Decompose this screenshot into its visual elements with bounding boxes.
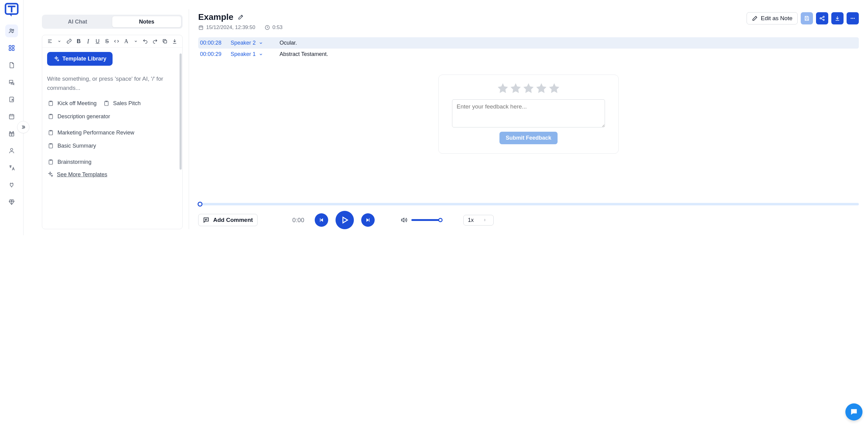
transcript-time: 00:00:28 [200, 40, 226, 46]
transcript-panel: Example 15/12/2024, 12:39:50 0:53 [189, 0, 868, 235]
template-library-label: Template Library [62, 56, 106, 62]
play-button[interactable] [336, 211, 354, 229]
volume-control [400, 217, 441, 223]
strike-button[interactable]: S [104, 38, 110, 45]
sidebar-item-chat[interactable] [5, 76, 18, 89]
template-sales[interactable]: Sales Pitch [103, 98, 141, 108]
template-description[interactable]: Description generator [47, 111, 111, 122]
transcript-row[interactable]: 00:00:28 Speaker 2 Ocular. [198, 37, 859, 48]
player-controls: Add Comment 0:00 [198, 211, 859, 229]
audio-player: Add Comment 0:00 [198, 203, 859, 229]
clipboard-icon [48, 143, 54, 149]
meta-row: 15/12/2024, 12:39:50 0:53 [198, 25, 283, 31]
copy-icon[interactable] [162, 38, 167, 45]
sidebar-item-notebook[interactable] [5, 93, 18, 106]
app-root: AI Chat Notes B I U S A [0, 0, 868, 235]
app-logo[interactable] [4, 2, 20, 18]
sidebar-item-translate[interactable] [5, 161, 18, 174]
clipboard-icon [48, 113, 54, 120]
align-icon[interactable] [47, 38, 53, 45]
svg-rect-4 [12, 45, 14, 47]
star-icon[interactable] [548, 82, 560, 94]
svg-point-24 [852, 18, 853, 19]
italic-button[interactable]: I [86, 38, 91, 45]
sidebar-item-integrations[interactable] [5, 178, 18, 191]
sidebar-item-profile[interactable] [5, 144, 18, 157]
edit-title-icon[interactable] [238, 14, 244, 20]
chevron-down-icon-2[interactable] [133, 38, 138, 45]
share-icon [819, 15, 825, 22]
underline-button[interactable]: U [95, 38, 100, 45]
clipboard-icon [48, 100, 54, 106]
volume-thumb[interactable] [438, 218, 442, 222]
template-kickoff[interactable]: Kick off Meeting [47, 98, 97, 108]
sidebar-item-team[interactable] [5, 25, 18, 37]
star-icon[interactable] [535, 82, 548, 94]
progress-thumb[interactable] [197, 202, 203, 206]
svg-rect-11 [164, 40, 167, 43]
editor-scrollbar[interactable] [180, 54, 182, 170]
star-icon[interactable] [497, 82, 509, 94]
sidebar-item-calendar[interactable] [5, 110, 18, 123]
volume-slider[interactable] [411, 219, 441, 221]
undo-icon[interactable] [143, 38, 148, 45]
speaker-selector[interactable]: Speaker 1 [230, 51, 275, 58]
sidebar-item-document[interactable] [5, 59, 18, 71]
edit-as-note-button[interactable]: Edit as Note [747, 12, 798, 25]
tab-ai-chat[interactable]: AI Chat [43, 16, 112, 28]
chevron-down-icon [259, 52, 263, 57]
template-basic[interactable]: Basic Summary [47, 141, 97, 151]
template-library-button[interactable]: Template Library [47, 52, 113, 66]
calendar-icon [198, 25, 204, 30]
editor-body[interactable]: Template Library Write something, or pre… [42, 48, 182, 229]
speed-selector[interactable]: 1x [463, 215, 494, 226]
sidebar-item-premium[interactable] [5, 196, 18, 208]
star-icon[interactable] [509, 82, 522, 94]
star-icon[interactable] [522, 82, 535, 94]
download-button[interactable] [831, 12, 843, 25]
text-color-button[interactable]: A [124, 38, 129, 45]
chevron-down-icon[interactable] [57, 38, 62, 45]
clipboard-icon [103, 100, 110, 106]
clipboard-icon [48, 130, 54, 136]
transcript-text: Abstract Testament. [280, 51, 857, 58]
meta-date: 15/12/2024, 12:39:50 [198, 25, 255, 31]
share-button[interactable] [816, 12, 828, 25]
tab-notes[interactable]: Notes [112, 16, 181, 28]
star-rating[interactable] [497, 82, 560, 94]
template-brainstorm[interactable]: Brainstorming [47, 157, 92, 167]
volume-icon[interactable] [400, 217, 407, 223]
redo-icon[interactable] [152, 38, 158, 45]
svg-rect-3 [9, 45, 11, 47]
svg-point-25 [854, 18, 855, 19]
download-icon[interactable] [172, 38, 177, 45]
sidebar [0, 0, 24, 235]
transcript-row[interactable]: 00:00:29 Speaker 1 Abstract Testament. [198, 48, 859, 60]
svg-rect-5 [9, 48, 11, 51]
link-icon[interactable] [66, 38, 72, 45]
sparkle-icon [47, 171, 53, 177]
sidebar-expand-button[interactable] [17, 121, 29, 133]
more-button[interactable] [846, 12, 859, 25]
download-icon [834, 15, 840, 22]
sidebar-item-dashboard[interactable] [5, 41, 18, 55]
transcript-time: 00:00:29 [200, 51, 226, 58]
svg-point-23 [850, 18, 851, 19]
transcript-header: Example 15/12/2024, 12:39:50 0:53 [198, 12, 859, 31]
feedback-input[interactable] [452, 99, 605, 127]
see-more-templates[interactable]: See More Templates [47, 171, 107, 178]
speaker-selector[interactable]: Speaker 2 [230, 40, 275, 46]
add-comment-button[interactable]: Add Comment [198, 214, 257, 226]
next-track-button[interactable] [361, 213, 375, 227]
sort-icon [483, 218, 487, 222]
sidebar-item-gift[interactable] [5, 127, 18, 140]
main-area: AI Chat Notes B I U S A [24, 0, 868, 235]
prev-track-button[interactable] [315, 213, 328, 227]
template-marketing[interactable]: Marketing Performance Review [47, 128, 135, 138]
bold-button[interactable]: B [76, 38, 81, 45]
progress-bar[interactable] [198, 203, 859, 205]
code-icon[interactable] [114, 38, 119, 45]
submit-feedback-button[interactable]: Submit Feedback [499, 132, 557, 144]
notes-editor: B I U S A Template Library [42, 35, 183, 229]
save-button[interactable] [801, 12, 813, 25]
